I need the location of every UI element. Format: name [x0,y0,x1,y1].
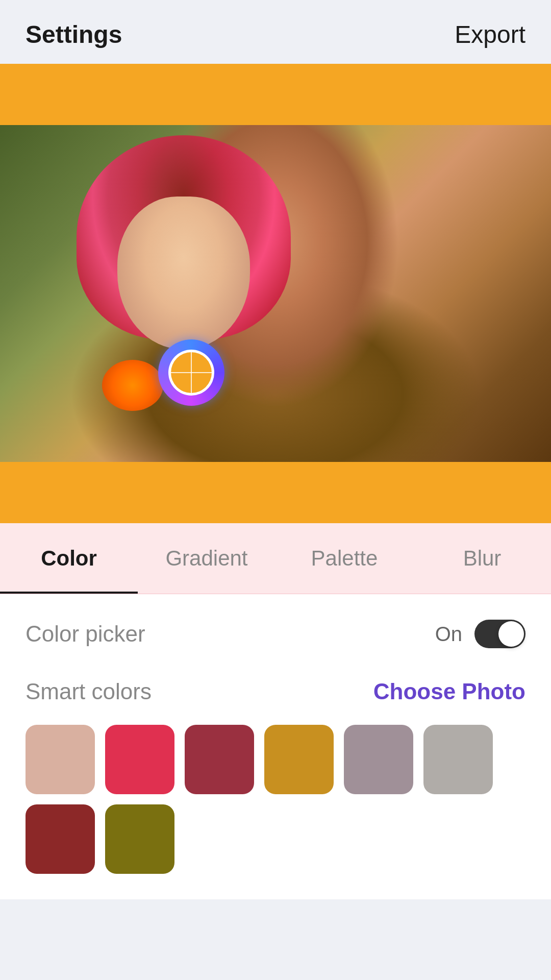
picker-crosshair [171,352,212,393]
top-band [0,64,551,125]
color-picker-right: On [435,620,525,648]
canvas-photo[interactable] [0,125,551,462]
color-picker-label: Color picker [26,621,145,647]
export-button[interactable]: Export [455,20,525,48]
tab-bar: Color Gradient Palette Blur [0,523,551,594]
canvas-area[interactable] [0,64,551,523]
color-swatch[interactable] [26,725,95,794]
controls-section: Color picker On Smart colors Choose Phot… [0,594,551,899]
color-swatch[interactable] [26,804,95,874]
color-swatch[interactable] [105,725,174,794]
color-swatch[interactable] [423,725,493,794]
color-swatch[interactable] [105,804,174,874]
swatches-grid [26,725,525,874]
flower-element [102,360,163,411]
picker-center [171,352,212,393]
color-swatch[interactable] [344,725,413,794]
picker-inner [168,350,214,396]
settings-button[interactable]: Settings [26,20,122,48]
color-picker-on-label: On [435,623,462,646]
tab-blur[interactable]: Blur [413,523,551,594]
smart-colors-label: Smart colors [26,679,152,704]
color-swatch[interactable] [185,725,254,794]
tab-palette[interactable]: Palette [276,523,413,594]
toggle-knob [498,621,524,647]
choose-photo-button[interactable]: Choose Photo [373,679,525,704]
color-picker-cursor[interactable] [158,339,224,406]
face-element [117,197,250,350]
smart-colors-row: Smart colors Choose Photo [26,679,525,704]
tab-color[interactable]: Color [0,523,138,594]
bottom-band [0,462,551,523]
color-picker-row: Color picker On [26,620,525,648]
header: Settings Export [0,0,551,64]
tab-gradient[interactable]: Gradient [138,523,276,594]
color-swatch[interactable] [264,725,334,794]
color-picker-toggle[interactable] [474,620,525,648]
